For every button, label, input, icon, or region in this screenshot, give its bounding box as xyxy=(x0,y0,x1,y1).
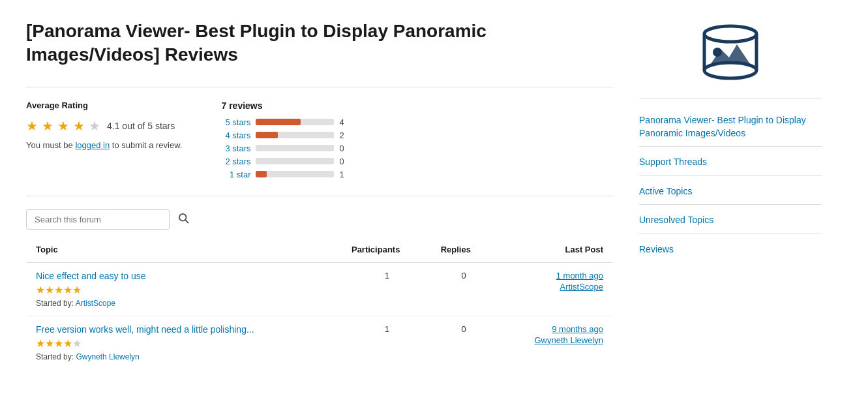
topic-title-2[interactable]: Free version works well, might need a li… xyxy=(36,324,333,335)
t1-star-3: ★ xyxy=(54,284,63,296)
average-rating-label: Average Rating xyxy=(26,100,182,110)
t2-star-1: ★ xyxy=(36,338,45,349)
rating-number: 4.1 out of 5 stars xyxy=(107,121,175,131)
bar-label-5[interactable]: 5 stars xyxy=(221,117,250,127)
topic-stars-2: ★★★★★ xyxy=(36,337,333,350)
started-by-author-1[interactable]: ArtistScope xyxy=(76,299,115,308)
last-post-time-2[interactable]: 9 months ago xyxy=(505,324,603,334)
started-by-1: Started by: ArtistScope xyxy=(36,299,333,308)
middle-divider xyxy=(26,196,613,196)
topic-cell-1: Nice effect and easy to use ★★★★★ Starte… xyxy=(27,262,342,316)
bar-track-5 xyxy=(256,119,334,125)
star-1: ★ xyxy=(26,118,38,134)
bar-row-5: 5 stars 4 xyxy=(221,117,347,127)
bar-fill-1 xyxy=(256,171,267,177)
t1-star-5: ★ xyxy=(72,284,82,296)
sidebar-item-support[interactable]: Support Threads xyxy=(639,147,822,176)
bar-count-4: 2 xyxy=(339,130,347,140)
bar-count-1: 1 xyxy=(339,170,347,179)
bar-count-2: 0 xyxy=(339,157,347,166)
svg-point-6 xyxy=(713,48,722,57)
sidebar-item-active[interactable]: Active Topics xyxy=(639,176,822,205)
login-note-after: to submit a review. xyxy=(110,140,182,150)
reviews-breakdown: 7 reviews 5 stars 4 4 stars 2 3 st xyxy=(221,100,347,183)
last-post-author-1[interactable]: ArtistScope xyxy=(560,282,603,292)
col-replies: Replies xyxy=(432,236,496,262)
bar-row-4: 4 stars 2 xyxy=(221,130,347,140)
topics-table: Topic Participants Replies Last Post Nic… xyxy=(26,236,613,370)
started-by-author-2[interactable]: Gwyneth Llewelyn xyxy=(76,352,139,361)
stars-display: ★ ★ ★ ★ ★ 4.1 out of 5 stars xyxy=(26,118,182,134)
average-rating-block: Average Rating ★ ★ ★ ★ ★ 4.1 out of 5 st… xyxy=(26,100,182,150)
t1-star-4: ★ xyxy=(63,284,72,296)
star-2: ★ xyxy=(42,118,53,134)
search-icon xyxy=(177,212,189,224)
t1-star-2: ★ xyxy=(45,284,54,296)
sidebar-item-reviews[interactable]: Reviews xyxy=(639,234,822,263)
started-by-label-2: Started by: xyxy=(36,352,74,361)
bar-row-2: 2 stars 0 xyxy=(221,157,347,166)
t2-star-4: ★ xyxy=(63,338,72,349)
search-input[interactable] xyxy=(26,209,170,230)
participants-cell-1: 1 xyxy=(342,262,432,316)
bar-row-1: 1 star 1 xyxy=(221,170,347,179)
table-row: Free version works well, might need a li… xyxy=(27,316,613,369)
t2-star-5: ★ xyxy=(72,338,82,349)
bar-label-1[interactable]: 1 star xyxy=(221,170,250,179)
svg-line-1 xyxy=(185,220,188,222)
started-by-2: Started by: Gwyneth Llewelyn xyxy=(36,352,333,361)
plugin-icon xyxy=(698,20,763,85)
t2-star-2: ★ xyxy=(45,338,54,349)
bar-count-5: 4 xyxy=(339,117,347,127)
sidebar: Panorama Viewer- Best Plugin to Display … xyxy=(639,20,822,370)
bar-label-2[interactable]: 2 stars xyxy=(221,157,250,166)
table-header-row: Topic Participants Replies Last Post xyxy=(27,236,613,262)
search-row xyxy=(26,209,613,230)
bar-track-4 xyxy=(256,132,334,138)
topic-title-1[interactable]: Nice effect and easy to use xyxy=(36,271,333,281)
sidebar-logo xyxy=(639,20,822,85)
sidebar-item-plugin[interactable]: Panorama Viewer- Best Plugin to Display … xyxy=(639,105,822,147)
last-post-author-2[interactable]: Gwyneth Llewelyn xyxy=(535,335,604,345)
page-container: [Panorama Viewer- Best Plugin to Display… xyxy=(0,0,868,389)
last-post-cell-1: 1 month ago ArtistScope xyxy=(496,262,613,316)
bar-row-3: 3 stars 0 xyxy=(221,144,347,153)
login-note-before: You must be xyxy=(26,140,75,150)
sidebar-top-divider xyxy=(639,98,822,98)
star-4: ★ xyxy=(73,118,85,134)
bar-fill-4 xyxy=(256,132,278,138)
bar-label-3[interactable]: 3 stars xyxy=(221,144,250,153)
login-link[interactable]: logged in xyxy=(75,140,110,150)
bar-label-4[interactable]: 4 stars xyxy=(221,130,250,140)
col-last-post: Last Post xyxy=(496,236,613,262)
star-5: ★ xyxy=(89,118,100,134)
replies-cell-1: 0 xyxy=(432,262,496,316)
topic-stars-1: ★★★★★ xyxy=(36,284,333,296)
bar-track-1 xyxy=(256,171,334,177)
main-content: [Panorama Viewer- Best Plugin to Display… xyxy=(26,20,613,370)
bar-track-2 xyxy=(256,158,334,164)
reviews-count: 7 reviews xyxy=(221,100,347,111)
replies-cell-2: 0 xyxy=(432,316,496,369)
col-participants: Participants xyxy=(342,236,432,262)
topic-cell-2: Free version works well, might need a li… xyxy=(27,316,342,369)
table-row: Nice effect and easy to use ★★★★★ Starte… xyxy=(27,262,613,316)
t1-star-1: ★ xyxy=(36,284,45,296)
t2-star-3: ★ xyxy=(54,338,63,349)
search-button[interactable] xyxy=(175,209,192,230)
top-divider xyxy=(26,87,613,87)
page-title: [Panorama Viewer- Best Plugin to Display… xyxy=(26,20,613,67)
started-by-label-1: Started by: xyxy=(36,299,74,308)
last-post-cell-2: 9 months ago Gwyneth Llewelyn xyxy=(496,316,613,369)
col-topic: Topic xyxy=(27,236,342,262)
participants-cell-2: 1 xyxy=(342,316,432,369)
sidebar-item-unresolved[interactable]: Unresolved Topics xyxy=(639,205,822,234)
bar-fill-5 xyxy=(256,119,300,125)
svg-point-2 xyxy=(704,26,756,42)
last-post-time-1[interactable]: 1 month ago xyxy=(505,271,603,280)
bar-count-3: 0 xyxy=(339,144,347,153)
svg-point-3 xyxy=(704,63,756,78)
ratings-section: Average Rating ★ ★ ★ ★ ★ 4.1 out of 5 st… xyxy=(26,100,613,183)
star-3: ★ xyxy=(57,118,69,134)
bar-track-3 xyxy=(256,145,334,151)
